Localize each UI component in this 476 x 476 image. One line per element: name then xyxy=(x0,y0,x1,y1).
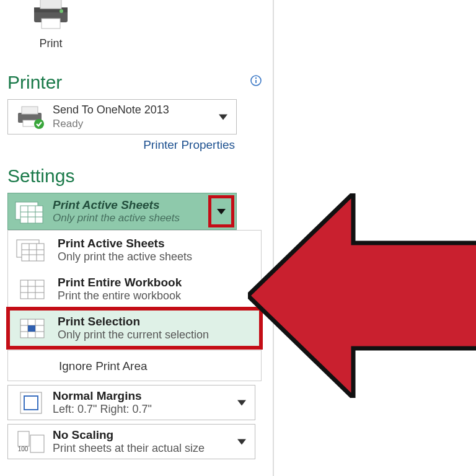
menu-item-print-entire-workbook[interactable]: Print Entire Workbook Print the entire w… xyxy=(8,270,261,309)
margins-sub: Left: 0.7" Right: 0.7" xyxy=(53,403,249,416)
menu-item-title: Print Selection xyxy=(58,315,253,328)
menu-item-print-active-sheets[interactable]: Print Active Sheets Only print the activ… xyxy=(8,231,261,270)
print-button-label: Print xyxy=(7,37,94,50)
workbook-icon xyxy=(15,276,49,302)
annotation-arrow xyxy=(248,193,476,398)
sheets-icon xyxy=(15,237,49,263)
sheets-icon xyxy=(14,198,48,224)
printer-icon xyxy=(29,0,73,31)
print-what-title: Print Active Sheets xyxy=(53,198,230,212)
svg-rect-13 xyxy=(20,206,43,223)
svg-rect-19 xyxy=(22,244,44,261)
menu-item-print-selection[interactable]: Print Selection Only print the current s… xyxy=(8,309,261,348)
svg-rect-3 xyxy=(42,19,60,29)
print-what-menu: Print Active Sheets Only print the activ… xyxy=(7,230,262,381)
print-what-sub: Only print the active sheets xyxy=(53,212,230,224)
svg-point-7 xyxy=(255,77,257,79)
printer-heading: Printer xyxy=(7,72,268,93)
svg-rect-34 xyxy=(28,325,35,332)
printer-status: Ready xyxy=(53,118,230,130)
margins-title: Normal Margins xyxy=(53,389,249,403)
printer-properties-link[interactable]: Printer Properties xyxy=(5,138,235,152)
svg-rect-24 xyxy=(20,280,44,299)
chevron-down-icon xyxy=(237,400,246,405)
chevron-down-icon xyxy=(219,114,227,120)
selection-icon xyxy=(15,315,49,342)
menu-item-sub: Only print the active sheets xyxy=(58,250,253,263)
info-icon[interactable] xyxy=(250,74,262,87)
print-what-dropdown-chevron[interactable] xyxy=(210,197,232,226)
scaling-sub: Print sheets at their actual size xyxy=(53,442,249,455)
print-button[interactable]: Print xyxy=(7,0,94,58)
printer-dropdown[interactable]: Send To OneNote 2013 Ready xyxy=(7,99,237,134)
arrow-shape xyxy=(248,193,476,398)
chevron-down-icon xyxy=(217,209,226,214)
printer-name: Send To OneNote 2013 xyxy=(53,104,230,117)
menu-item-ignore-print-area[interactable]: Ignore Print Area xyxy=(8,353,261,381)
menu-item-title: Print Entire Workbook xyxy=(58,276,253,289)
print-what-dropdown[interactable]: Print Active Sheets Only print the activ… xyxy=(7,193,237,230)
svg-rect-9 xyxy=(22,107,38,114)
menu-item-title: Print Active Sheets xyxy=(58,237,253,250)
scaling-dropdown[interactable]: 100 No Scaling Print sheets at their act… xyxy=(7,424,255,459)
scaling-title: No Scaling xyxy=(53,428,249,442)
menu-item-sub: Print the entire workbook xyxy=(58,289,253,302)
settings-heading: Settings xyxy=(7,165,268,187)
svg-rect-37 xyxy=(18,431,29,446)
svg-rect-2 xyxy=(40,0,61,9)
scaling-icon: 100 xyxy=(14,429,48,455)
chevron-down-icon xyxy=(237,439,246,444)
menu-separator xyxy=(8,350,261,351)
printer-ready-icon xyxy=(14,104,48,130)
svg-point-4 xyxy=(60,9,63,13)
print-backstage-panel: Print Printer Send To OneNote 2013 Ready… xyxy=(5,0,268,459)
menu-item-sub: Only print the current selection xyxy=(58,328,253,342)
svg-text:100: 100 xyxy=(18,446,29,452)
svg-rect-38 xyxy=(30,435,44,452)
margins-icon xyxy=(14,390,48,416)
printer-heading-text: Printer xyxy=(7,72,62,92)
margins-dropdown[interactable]: Normal Margins Left: 0.7" Right: 0.7" xyxy=(7,385,255,420)
